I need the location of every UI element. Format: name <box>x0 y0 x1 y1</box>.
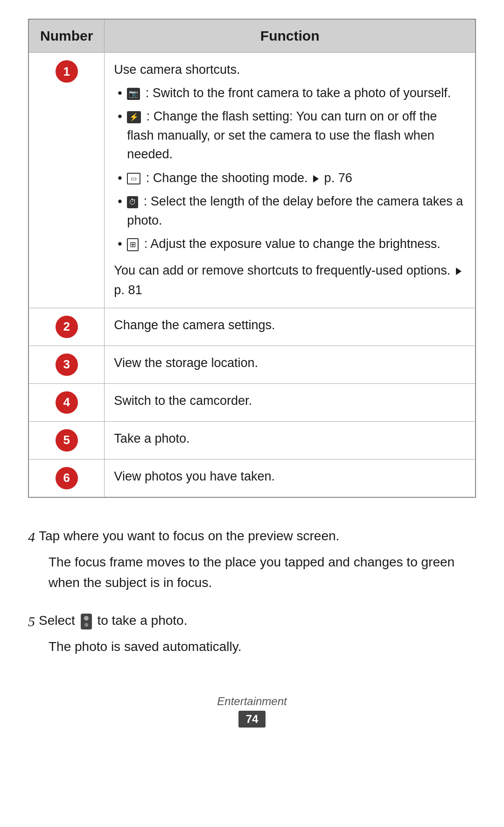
step-4-block: 4 Tap where you want to focus on the pre… <box>28 526 476 548</box>
function-cell-1: Use camera shortcuts. 📷 : Switch to the … <box>105 53 476 308</box>
arrow-right-shooting <box>313 175 319 183</box>
step-5-prefix: Select <box>39 613 75 628</box>
page-number: 74 <box>238 711 266 728</box>
table-header: Number Function <box>28 19 476 53</box>
step-4-detail: The focus frame moves to the place you t… <box>28 552 476 594</box>
shooting-mode-icon: ▭ <box>127 173 140 184</box>
number-badge-2: 2 <box>56 316 78 338</box>
table-row-5: 5 Take a photo. <box>28 421 476 459</box>
function-cell-2: Change the camera settings. <box>105 308 476 346</box>
flash-icon: ⚡ <box>127 111 141 123</box>
function-bullets-list: 📷 : Switch to the front camera to take a… <box>114 84 466 254</box>
arrow-right-footer <box>456 268 462 275</box>
bullet-exposure: ⊞ : Adjust the exposure value to change … <box>114 234 466 254</box>
table-row-6: 6 View photos you have taken. <box>28 459 476 497</box>
step-5-section: 5 Select to take a photo. The photo is s… <box>28 610 476 657</box>
number-badge-5: 5 <box>56 429 78 452</box>
table-row-4: 4 Switch to the camcorder. <box>28 383 476 421</box>
bullet-shooting-mode: ▭ : Change the shooting mode. p. 76 <box>114 169 466 188</box>
function-cell-3: View the storage location. <box>105 346 476 383</box>
step-4-section: 4 Tap where you want to focus on the pre… <box>28 526 476 594</box>
step-5-main: Select to take a photo. <box>39 610 187 631</box>
bullet-camera-switch: 📷 : Switch to the front camera to take a… <box>114 84 466 103</box>
number-badge-1: 1 <box>56 60 78 83</box>
camera-switch-icon: 📷 <box>127 88 140 100</box>
number-badge-3: 3 <box>56 353 78 376</box>
number-cell-4: 4 <box>28 383 105 421</box>
number-cell-6: 6 <box>28 459 105 497</box>
function-column-header: Function <box>105 19 476 53</box>
number-badge-4: 4 <box>56 391 78 414</box>
camera-functions-table: Number Function 1 Use camera shortcuts. … <box>28 19 476 498</box>
function-main-text: Use camera shortcuts. <box>114 60 466 80</box>
number-column-header: Number <box>28 19 105 53</box>
step-4-number: 4 <box>28 526 35 548</box>
function-cell-4: Switch to the camcorder. <box>105 383 476 421</box>
step-5-detail: The photo is saved automatically. <box>28 636 476 657</box>
number-badge-6: 6 <box>56 467 78 489</box>
number-cell-1: 1 <box>28 53 105 308</box>
bullet-flash: ⚡ : Change the flash setting: You can tu… <box>114 107 466 164</box>
table-row-2: 2 Change the camera settings. <box>28 308 476 346</box>
page-footer: Entertainment 74 <box>28 695 476 728</box>
step-5-block: 5 Select to take a photo. <box>28 610 476 633</box>
function-footer-text: You can add or remove shortcuts to frequ… <box>114 261 466 300</box>
timer-icon: ⏱ <box>127 196 138 208</box>
number-cell-5: 5 <box>28 421 105 459</box>
function-cell-6: View photos you have taken. <box>105 459 476 497</box>
footer-label: Entertainment <box>28 695 476 708</box>
number-cell-2: 2 <box>28 308 105 346</box>
exposure-icon: ⊞ <box>127 238 139 251</box>
table-row-3: 3 View the storage location. <box>28 346 476 383</box>
number-cell-3: 3 <box>28 346 105 383</box>
camera-phone-icon <box>81 614 92 629</box>
step-4-main: Tap where you want to focus on the previ… <box>39 526 339 547</box>
bullet-timer: ⏱ : Select the length of the delay befor… <box>114 192 466 230</box>
table-row-1: 1 Use camera shortcuts. 📷 : Switch to th… <box>28 53 476 308</box>
function-cell-5: Take a photo. <box>105 421 476 459</box>
step-5-number: 5 <box>28 610 35 633</box>
step-5-suffix: to take a photo. <box>97 613 187 628</box>
